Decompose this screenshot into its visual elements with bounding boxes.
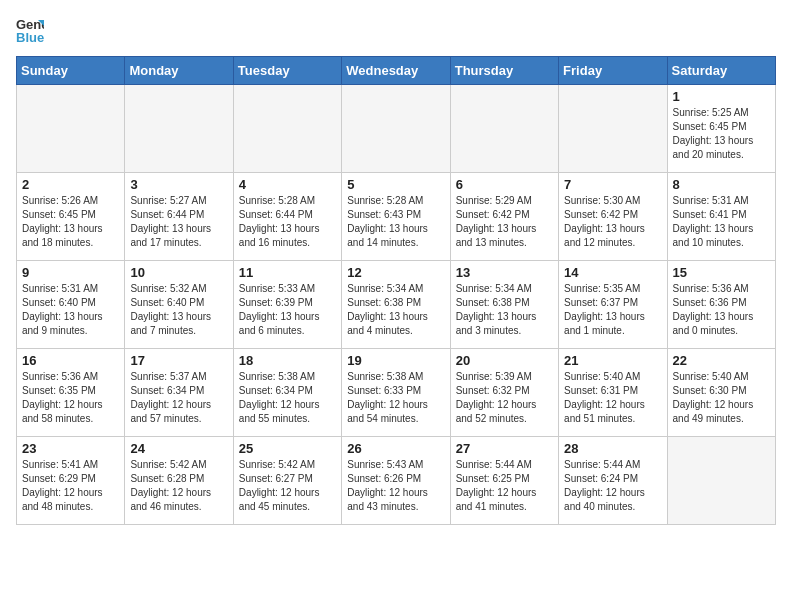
calendar-cell: 26Sunrise: 5:43 AM Sunset: 6:26 PM Dayli… xyxy=(342,437,450,525)
calendar-cell: 12Sunrise: 5:34 AM Sunset: 6:38 PM Dayli… xyxy=(342,261,450,349)
day-info: Sunrise: 5:40 AM Sunset: 6:30 PM Dayligh… xyxy=(673,370,770,426)
calendar-cell: 25Sunrise: 5:42 AM Sunset: 6:27 PM Dayli… xyxy=(233,437,341,525)
day-number: 22 xyxy=(673,353,770,368)
calendar-cell: 4Sunrise: 5:28 AM Sunset: 6:44 PM Daylig… xyxy=(233,173,341,261)
day-number: 24 xyxy=(130,441,227,456)
day-number: 27 xyxy=(456,441,553,456)
calendar-cell: 17Sunrise: 5:37 AM Sunset: 6:34 PM Dayli… xyxy=(125,349,233,437)
calendar-cell xyxy=(450,85,558,173)
day-number: 26 xyxy=(347,441,444,456)
day-number: 6 xyxy=(456,177,553,192)
logo-icon: General Blue xyxy=(16,16,44,44)
calendar-table: SundayMondayTuesdayWednesdayThursdayFrid… xyxy=(16,56,776,525)
day-number: 23 xyxy=(22,441,119,456)
svg-text:Blue: Blue xyxy=(16,30,44,44)
calendar-cell: 9Sunrise: 5:31 AM Sunset: 6:40 PM Daylig… xyxy=(17,261,125,349)
calendar-header-wednesday: Wednesday xyxy=(342,57,450,85)
day-number: 12 xyxy=(347,265,444,280)
calendar-cell: 10Sunrise: 5:32 AM Sunset: 6:40 PM Dayli… xyxy=(125,261,233,349)
day-number: 7 xyxy=(564,177,661,192)
day-info: Sunrise: 5:43 AM Sunset: 6:26 PM Dayligh… xyxy=(347,458,444,514)
day-info: Sunrise: 5:34 AM Sunset: 6:38 PM Dayligh… xyxy=(347,282,444,338)
day-info: Sunrise: 5:42 AM Sunset: 6:28 PM Dayligh… xyxy=(130,458,227,514)
day-number: 13 xyxy=(456,265,553,280)
day-info: Sunrise: 5:35 AM Sunset: 6:37 PM Dayligh… xyxy=(564,282,661,338)
calendar-cell xyxy=(233,85,341,173)
calendar-header-thursday: Thursday xyxy=(450,57,558,85)
day-info: Sunrise: 5:31 AM Sunset: 6:41 PM Dayligh… xyxy=(673,194,770,250)
day-info: Sunrise: 5:38 AM Sunset: 6:33 PM Dayligh… xyxy=(347,370,444,426)
day-number: 2 xyxy=(22,177,119,192)
day-number: 3 xyxy=(130,177,227,192)
day-info: Sunrise: 5:30 AM Sunset: 6:42 PM Dayligh… xyxy=(564,194,661,250)
day-info: Sunrise: 5:36 AM Sunset: 6:36 PM Dayligh… xyxy=(673,282,770,338)
day-number: 10 xyxy=(130,265,227,280)
calendar-cell: 13Sunrise: 5:34 AM Sunset: 6:38 PM Dayli… xyxy=(450,261,558,349)
day-number: 5 xyxy=(347,177,444,192)
day-info: Sunrise: 5:40 AM Sunset: 6:31 PM Dayligh… xyxy=(564,370,661,426)
calendar-cell: 24Sunrise: 5:42 AM Sunset: 6:28 PM Dayli… xyxy=(125,437,233,525)
day-info: Sunrise: 5:39 AM Sunset: 6:32 PM Dayligh… xyxy=(456,370,553,426)
calendar-cell xyxy=(342,85,450,173)
day-info: Sunrise: 5:37 AM Sunset: 6:34 PM Dayligh… xyxy=(130,370,227,426)
day-number: 20 xyxy=(456,353,553,368)
day-number: 11 xyxy=(239,265,336,280)
calendar-header-tuesday: Tuesday xyxy=(233,57,341,85)
calendar-cell: 2Sunrise: 5:26 AM Sunset: 6:45 PM Daylig… xyxy=(17,173,125,261)
day-info: Sunrise: 5:44 AM Sunset: 6:24 PM Dayligh… xyxy=(564,458,661,514)
day-number: 25 xyxy=(239,441,336,456)
day-number: 15 xyxy=(673,265,770,280)
calendar-header-friday: Friday xyxy=(559,57,667,85)
logo: General Blue xyxy=(16,16,48,44)
calendar-cell: 19Sunrise: 5:38 AM Sunset: 6:33 PM Dayli… xyxy=(342,349,450,437)
day-info: Sunrise: 5:32 AM Sunset: 6:40 PM Dayligh… xyxy=(130,282,227,338)
calendar-header-monday: Monday xyxy=(125,57,233,85)
day-number: 14 xyxy=(564,265,661,280)
day-number: 19 xyxy=(347,353,444,368)
calendar-header-row: SundayMondayTuesdayWednesdayThursdayFrid… xyxy=(17,57,776,85)
calendar-cell: 22Sunrise: 5:40 AM Sunset: 6:30 PM Dayli… xyxy=(667,349,775,437)
day-info: Sunrise: 5:33 AM Sunset: 6:39 PM Dayligh… xyxy=(239,282,336,338)
week-row-1: 1Sunrise: 5:25 AM Sunset: 6:45 PM Daylig… xyxy=(17,85,776,173)
calendar-cell: 7Sunrise: 5:30 AM Sunset: 6:42 PM Daylig… xyxy=(559,173,667,261)
day-info: Sunrise: 5:42 AM Sunset: 6:27 PM Dayligh… xyxy=(239,458,336,514)
calendar-cell: 3Sunrise: 5:27 AM Sunset: 6:44 PM Daylig… xyxy=(125,173,233,261)
day-number: 17 xyxy=(130,353,227,368)
calendar-cell: 6Sunrise: 5:29 AM Sunset: 6:42 PM Daylig… xyxy=(450,173,558,261)
day-number: 1 xyxy=(673,89,770,104)
calendar-cell: 16Sunrise: 5:36 AM Sunset: 6:35 PM Dayli… xyxy=(17,349,125,437)
calendar-cell xyxy=(559,85,667,173)
calendar-cell: 27Sunrise: 5:44 AM Sunset: 6:25 PM Dayli… xyxy=(450,437,558,525)
day-number: 8 xyxy=(673,177,770,192)
day-info: Sunrise: 5:28 AM Sunset: 6:43 PM Dayligh… xyxy=(347,194,444,250)
calendar-cell: 15Sunrise: 5:36 AM Sunset: 6:36 PM Dayli… xyxy=(667,261,775,349)
day-number: 4 xyxy=(239,177,336,192)
calendar-cell: 18Sunrise: 5:38 AM Sunset: 6:34 PM Dayli… xyxy=(233,349,341,437)
calendar-cell xyxy=(667,437,775,525)
calendar-cell: 8Sunrise: 5:31 AM Sunset: 6:41 PM Daylig… xyxy=(667,173,775,261)
calendar-cell: 11Sunrise: 5:33 AM Sunset: 6:39 PM Dayli… xyxy=(233,261,341,349)
calendar-cell: 1Sunrise: 5:25 AM Sunset: 6:45 PM Daylig… xyxy=(667,85,775,173)
day-info: Sunrise: 5:38 AM Sunset: 6:34 PM Dayligh… xyxy=(239,370,336,426)
day-info: Sunrise: 5:29 AM Sunset: 6:42 PM Dayligh… xyxy=(456,194,553,250)
day-info: Sunrise: 5:25 AM Sunset: 6:45 PM Dayligh… xyxy=(673,106,770,162)
day-number: 18 xyxy=(239,353,336,368)
week-row-4: 16Sunrise: 5:36 AM Sunset: 6:35 PM Dayli… xyxy=(17,349,776,437)
day-number: 21 xyxy=(564,353,661,368)
calendar-cell: 14Sunrise: 5:35 AM Sunset: 6:37 PM Dayli… xyxy=(559,261,667,349)
calendar-cell xyxy=(17,85,125,173)
day-number: 9 xyxy=(22,265,119,280)
day-info: Sunrise: 5:27 AM Sunset: 6:44 PM Dayligh… xyxy=(130,194,227,250)
calendar-header-sunday: Sunday xyxy=(17,57,125,85)
day-number: 16 xyxy=(22,353,119,368)
day-info: Sunrise: 5:31 AM Sunset: 6:40 PM Dayligh… xyxy=(22,282,119,338)
week-row-2: 2Sunrise: 5:26 AM Sunset: 6:45 PM Daylig… xyxy=(17,173,776,261)
calendar-cell: 21Sunrise: 5:40 AM Sunset: 6:31 PM Dayli… xyxy=(559,349,667,437)
day-info: Sunrise: 5:44 AM Sunset: 6:25 PM Dayligh… xyxy=(456,458,553,514)
calendar-cell: 23Sunrise: 5:41 AM Sunset: 6:29 PM Dayli… xyxy=(17,437,125,525)
day-info: Sunrise: 5:36 AM Sunset: 6:35 PM Dayligh… xyxy=(22,370,119,426)
calendar-cell xyxy=(125,85,233,173)
calendar-cell: 20Sunrise: 5:39 AM Sunset: 6:32 PM Dayli… xyxy=(450,349,558,437)
week-row-3: 9Sunrise: 5:31 AM Sunset: 6:40 PM Daylig… xyxy=(17,261,776,349)
day-info: Sunrise: 5:41 AM Sunset: 6:29 PM Dayligh… xyxy=(22,458,119,514)
